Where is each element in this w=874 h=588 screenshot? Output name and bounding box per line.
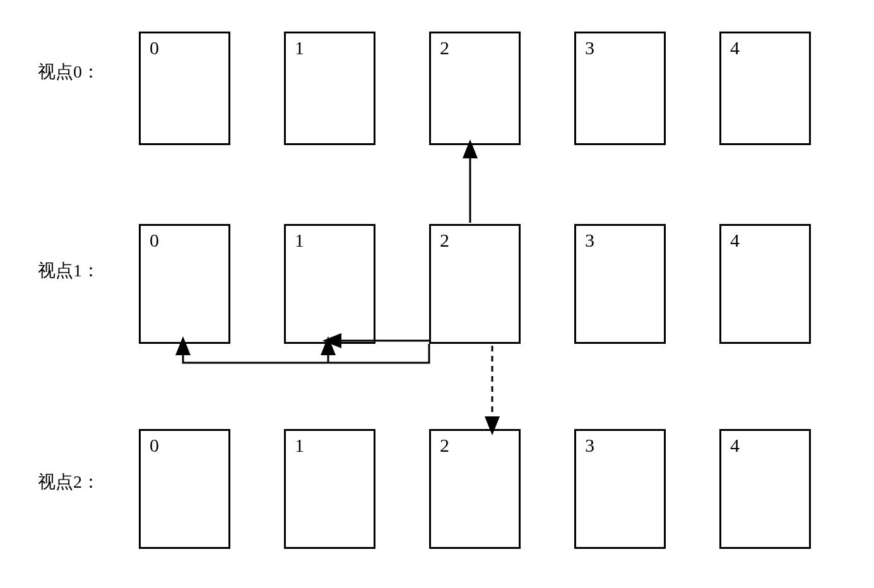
frame-r1-c0: 0 — [139, 224, 230, 344]
frame-r1-c2: 2 — [429, 224, 521, 344]
row-label-0: 视点0： — [38, 60, 100, 84]
frame-num: 2 — [440, 435, 449, 456]
frame-num: 2 — [440, 230, 449, 251]
frame-num: 1 — [295, 230, 304, 251]
frame-num: 1 — [295, 37, 304, 59]
frame-r2-c0: 0 — [139, 429, 230, 549]
frame-r1-c3: 3 — [574, 224, 666, 344]
frame-r0-c0: 0 — [139, 32, 230, 145]
frame-num: 1 — [295, 435, 304, 456]
frame-num: 0 — [150, 230, 159, 251]
row-label-2: 视点2： — [38, 470, 100, 494]
frame-r2-c3: 3 — [574, 429, 666, 549]
frame-num: 4 — [730, 230, 740, 251]
frame-r1-c4: 4 — [719, 224, 811, 344]
frame-r2-c2: 2 — [429, 429, 521, 549]
frame-num: 0 — [150, 37, 159, 59]
frame-num: 4 — [730, 435, 740, 456]
frame-r1-c1: 1 — [284, 224, 375, 344]
frame-r0-c2: 2 — [429, 32, 521, 145]
frame-r0-c3: 3 — [574, 32, 666, 145]
arrow-branch2-icon — [183, 344, 429, 363]
frame-num: 3 — [585, 37, 594, 59]
frame-num: 3 — [585, 435, 594, 456]
frame-r0-c4: 4 — [719, 32, 811, 145]
row-label-1: 视点1： — [38, 259, 100, 283]
frame-num: 0 — [150, 435, 159, 456]
frame-r0-c1: 1 — [284, 32, 375, 145]
frame-r2-c1: 1 — [284, 429, 375, 549]
frame-num: 3 — [585, 230, 594, 251]
frame-num: 2 — [440, 37, 449, 59]
frame-r2-c4: 4 — [719, 429, 811, 549]
frame-num: 4 — [730, 37, 740, 59]
